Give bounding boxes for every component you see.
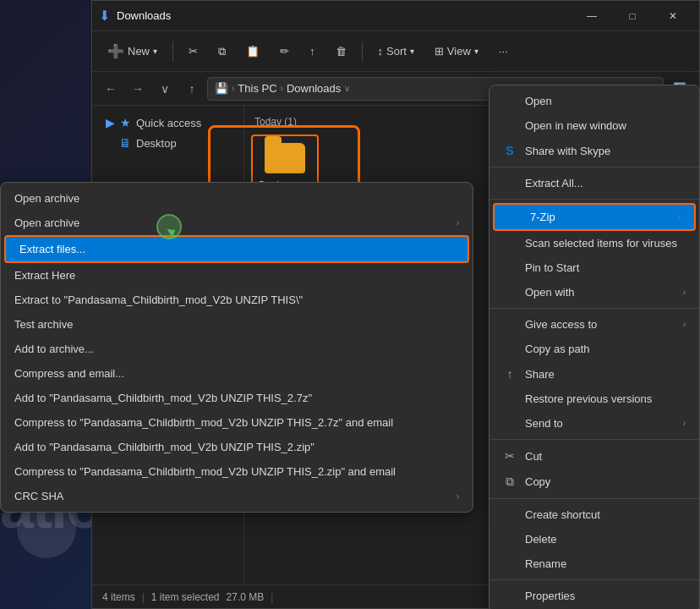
cm-left-extract-to[interactable]: Extract to "Pandasama_Childbirth_mod_V2b…	[1, 288, 473, 312]
cm-extract-all-label: Extract All...	[525, 177, 583, 189]
cm-open-with[interactable]: Open with ›	[489, 280, 699, 304]
cm-properties[interactable]: Properties	[489, 584, 699, 608]
cm-left-add-archive[interactable]: Add to archive...	[1, 337, 473, 361]
cm-copy[interactable]: ⧉ Copy	[489, 469, 699, 495]
cm-left-extract-here[interactable]: Extract Here	[1, 263, 473, 288]
maximize-button[interactable]: □	[613, 3, 652, 30]
view-icon: ⊞	[435, 45, 444, 58]
cm-pin-start[interactable]: Pin to Start	[489, 255, 699, 280]
status-sep-1: |	[142, 591, 145, 603]
path-this-pc[interactable]: This PC	[238, 82, 276, 95]
cm-open-new-window-label: Open in new window	[525, 119, 626, 132]
rename-icon: ✏	[280, 45, 289, 58]
title-icon: ⬇	[99, 8, 110, 24]
toolbar: ➕ New ▾ ✂ ⧉ 📋 ✏ ↑ 🗑 ↕ Sort ▾ ⊞	[92, 31, 699, 72]
cm-left-crc-sha[interactable]: CRC SHA ›	[1, 484, 473, 508]
cm-left-test-archive[interactable]: Test archive	[1, 312, 473, 337]
share-button[interactable]: ↑	[301, 40, 324, 63]
cm-left-compress-zip-email[interactable]: Compress to "Pandasama_Childbirth_mod_V2…	[1, 459, 473, 484]
test-archive-label: Test archive	[14, 318, 73, 331]
add-zip-label: Add to "Pandasama_Childbirth_mod_V2b UNZ…	[14, 441, 314, 453]
cm-scan-viruses[interactable]: Scan selected items for viruses	[489, 231, 699, 255]
cm-7zip[interactable]: 7-Zip ›	[493, 203, 696, 231]
compress-email-label: Compress and email...	[14, 367, 124, 380]
path-downloads[interactable]: Downloads	[287, 82, 341, 95]
cut-cm-icon: ✂	[503, 449, 517, 463]
cm-share-skype[interactable]: S Share with Skype	[489, 138, 699, 163]
skype-icon: S	[503, 144, 517, 157]
cm-create-shortcut[interactable]: Create shortcut	[489, 502, 699, 527]
path-separator-2: ›	[281, 84, 283, 93]
cm-restore[interactable]: Restore previous versions	[489, 387, 699, 411]
drive-icon: 💾	[215, 82, 228, 95]
new-dropdown-icon: ▾	[153, 47, 157, 56]
new-icon: ➕	[107, 43, 124, 59]
cm-cut-label: Cut	[525, 450, 542, 463]
cm-delete-label: Delete	[525, 533, 557, 546]
folder-icon-container	[265, 143, 305, 177]
toolbar-separator-1	[172, 41, 173, 62]
paste-button[interactable]: 📋	[238, 40, 268, 63]
cm-properties-label: Properties	[525, 590, 575, 602]
context-menu-right: Open Open in new window S Share with Sky…	[489, 85, 700, 609]
title-controls: — □ ✕	[572, 3, 692, 30]
delete-icon: 🗑	[336, 45, 347, 58]
cm-extract-all[interactable]: Extract All...	[489, 171, 699, 195]
cm-divider-6	[489, 579, 699, 580]
open-archive2-arrow: ›	[457, 218, 459, 228]
give-access-arrow-icon: ›	[683, 320, 686, 329]
close-button[interactable]: ✕	[654, 3, 692, 30]
cm-delete[interactable]: Delete	[489, 527, 699, 551]
more-button[interactable]: ···	[490, 40, 517, 63]
sort-dropdown-icon: ▾	[410, 47, 414, 56]
up-button[interactable]: ↑	[180, 77, 204, 101]
copy-button[interactable]: ⧉	[210, 40, 234, 63]
new-button[interactable]: ➕ New ▾	[99, 38, 166, 64]
title-bar: ⬇ Downloads — □ ✕	[92, 1, 699, 31]
view-button[interactable]: ⊞ View ▾	[426, 40, 487, 63]
cm-left-open-archive2[interactable]: Open archive ›	[1, 211, 473, 235]
delete-button[interactable]: 🗑	[327, 40, 355, 63]
cm-divider-4	[489, 439, 699, 440]
7zip-arrow-icon: ›	[678, 212, 681, 222]
minimize-button[interactable]: —	[572, 3, 611, 30]
cm-left-open-archive[interactable]: Open archive	[1, 186, 473, 211]
open-archive2-label: Open archive	[14, 217, 79, 229]
rename-button[interactable]: ✏	[271, 40, 298, 63]
status-sep-2: |	[271, 591, 273, 603]
cm-give-access[interactable]: Give access to ›	[489, 312, 699, 337]
share-icon: ↑	[309, 45, 315, 58]
back-button[interactable]: ←	[99, 77, 123, 101]
cm-divider-5	[489, 498, 699, 499]
cm-copy-path[interactable]: Copy as path	[489, 337, 699, 361]
sort-button[interactable]: ↕ Sort ▾	[369, 40, 423, 63]
path-separator-1: ›	[232, 84, 234, 93]
cm-left-add-7z[interactable]: Add to "Pandasama_Childbirth_mod_V2b UNZ…	[1, 386, 473, 410]
extract-files-label: Extract files...	[19, 243, 85, 255]
cm-divider-2	[489, 199, 699, 200]
extract-to-label: Extract to "Pandasama_Childbirth_mod_V2b…	[14, 294, 303, 306]
share-cm-icon: ↑	[503, 367, 517, 381]
cm-open-with-label: Open with	[525, 286, 575, 299]
cm-share[interactable]: ↑ Share	[489, 361, 699, 387]
cm-left-add-zip[interactable]: Add to "Pandasama_Childbirth_mod_V2b UNZ…	[1, 435, 473, 459]
cm-restore-label: Restore previous versions	[525, 392, 652, 405]
cm-create-shortcut-label: Create shortcut	[525, 508, 600, 521]
sidebar-quick-access[interactable]: ▶ ★ Quick access	[92, 112, 243, 133]
cut-icon: ✂	[189, 45, 198, 58]
cm-left-compress-email[interactable]: Compress and email...	[1, 361, 473, 386]
cut-button[interactable]: ✂	[180, 40, 206, 63]
cm-cut[interactable]: ✂ Cut	[489, 443, 699, 469]
forward-button[interactable]: →	[126, 77, 150, 101]
cm-open-new-window[interactable]: Open in new window	[489, 113, 699, 138]
cm-divider-1	[489, 167, 699, 167]
cm-left-compress-7z-email[interactable]: Compress to "Pandasama_Childbirth_mod_V2…	[1, 410, 473, 435]
cm-left-extract-files[interactable]: Extract files...	[4, 235, 469, 263]
cm-open[interactable]: Open	[489, 89, 699, 113]
cm-rename[interactable]: Rename	[489, 551, 699, 576]
cm-send-to[interactable]: Send to ›	[489, 411, 699, 436]
cm-rename-label: Rename	[525, 557, 566, 570]
sidebar-item-desktop[interactable]: 🖥 Desktop	[92, 133, 243, 153]
open-with-arrow-icon: ›	[683, 288, 686, 297]
history-button[interactable]: ∨	[153, 77, 177, 101]
